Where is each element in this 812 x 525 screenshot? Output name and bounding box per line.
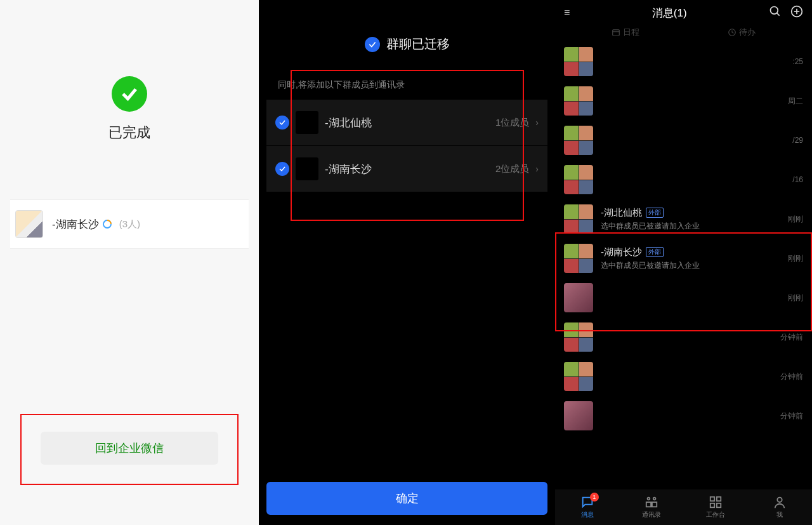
pane-completion: 已完成 -湖南长沙 (3人) 回到企业微信 [0,0,259,525]
group-name-line: -湖南长沙 (3人) [52,217,140,232]
chat-time: /29 [792,136,803,145]
tab-workbench[interactable]: 工作台 [684,489,748,525]
svg-point-9 [647,498,650,500]
group-avatar [15,210,43,238]
svg-rect-11 [646,502,651,507]
chevron-right-icon: › [535,117,539,128]
menu-icon[interactable]: ≡ [564,7,570,18]
chat-avatar [564,165,593,194]
success-check-icon [112,76,147,112]
chat-row[interactable]: :25 [555,42,812,81]
checkbox-checked-icon[interactable] [275,162,289,176]
svg-line-2 [777,13,780,16]
chat-avatar [564,401,593,430]
sub-tabs: 日程 待办 [555,25,812,43]
svg-point-10 [653,498,656,500]
chat-avatar [564,362,593,391]
tab-schedule[interactable]: 日程 [612,27,639,38]
back-to-wecom-button[interactable]: 回到企业微信 [41,432,218,465]
pane-messages: ≡ 消息(1) 日程 待办 :25周二/29/16-湖北仙桃外部选中群成员已被邀… [555,0,812,525]
chat-time: 分钟前 [780,371,803,382]
chat-row[interactable]: 周二 [555,81,812,121]
annotation-red-box [291,70,524,221]
tab-label: 通讯录 [642,510,661,519]
chat-time: 周二 [788,96,803,107]
svg-rect-13 [710,497,714,501]
chat-avatar [564,204,593,234]
messages-header: ≡ 消息(1) [555,0,812,25]
svg-rect-15 [710,503,714,507]
header-title: 消息(1) [579,6,760,20]
confirm-button[interactable]: 确定 [266,482,547,515]
check-circle-icon [365,37,380,52]
chat-time: /16 [792,175,803,184]
search-icon[interactable] [769,5,782,20]
tab-me[interactable]: 我 [748,489,812,525]
chat-name: -湖北仙桃 [601,207,642,219]
chat-preview: 选中群成员已被邀请加入企业 [601,221,780,232]
svg-rect-14 [717,497,721,501]
chat-time: 刚刚 [788,214,803,225]
annotation-red-box [555,232,812,331]
wecom-group-icon [102,218,113,230]
chat-avatar [564,86,593,116]
unread-badge: 1 [590,493,599,502]
chevron-right-icon: › [535,164,539,174]
svg-point-1 [771,7,778,15]
svg-rect-6 [613,30,620,36]
group-member-count: (3人) [119,218,140,230]
bottom-tab-bar: 1 消息 通讯录 工作台 我 [555,489,812,525]
tab-messages[interactable]: 1 消息 [555,489,619,525]
svg-point-17 [778,498,782,502]
chat-row[interactable]: /29 [555,121,812,160]
checkbox-checked-icon[interactable] [275,116,289,130]
chat-row[interactable]: 分钟前 [555,357,812,396]
tab-label: 消息 [581,510,594,519]
chat-avatar [564,126,593,155]
tab-todo-label: 待办 [739,27,756,38]
tab-contacts[interactable]: 通讯录 [619,489,683,525]
chat-row[interactable]: 分钟前 [555,396,812,435]
tab-label: 我 [776,510,783,519]
chat-time: 分钟前 [780,332,803,343]
tab-todo[interactable]: 待办 [728,27,756,38]
svg-rect-12 [652,502,657,507]
chat-body: -湖北仙桃外部选中群成员已被邀请加入企业 [601,207,780,232]
completion-title: 已完成 [0,123,259,142]
external-badge: 外部 [646,208,664,218]
chat-avatar [564,47,593,76]
tab-label: 工作台 [706,510,725,519]
chat-time: 分钟前 [780,411,803,422]
add-icon[interactable] [790,5,803,20]
svg-rect-16 [717,503,721,507]
group-card[interactable]: -湖南长沙 (3人) [10,199,249,249]
migrated-title-text: 群聊已迁移 [386,36,450,53]
migrated-title: 群聊已迁移 [259,36,555,53]
tab-schedule-label: 日程 [623,27,639,38]
chat-time: :25 [792,57,803,66]
group-name: -湖南长沙 [52,217,99,232]
chat-row[interactable]: /16 [555,160,812,199]
